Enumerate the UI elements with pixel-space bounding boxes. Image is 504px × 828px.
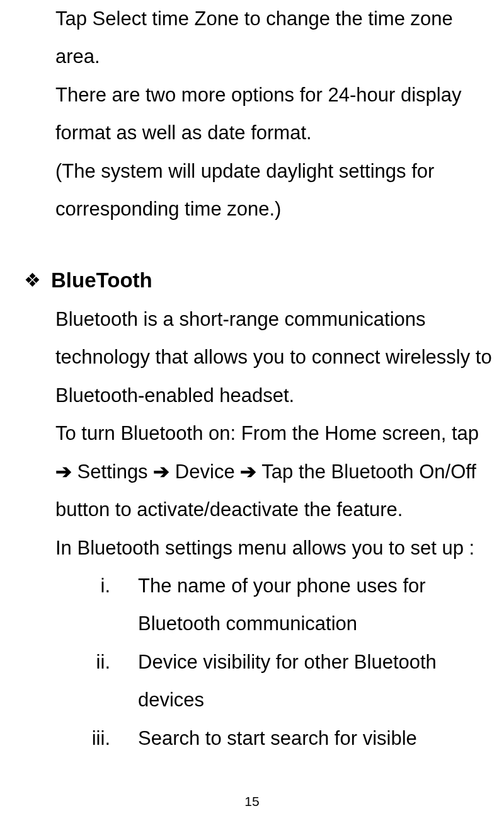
paragraph-24hour-format: There are two more options for 24-hour d… xyxy=(55,76,498,152)
list-text: Search to start search for visible xyxy=(138,720,498,757)
ordered-list: i. The name of your phone uses for Bluet… xyxy=(55,567,498,757)
list-number: iii. xyxy=(57,720,138,757)
paragraph-timezone-select: Tap Select time Zone to change the time … xyxy=(55,0,498,76)
heading-row: ❖ BlueTooth xyxy=(24,260,498,301)
arrow-icon: ➔ xyxy=(240,461,256,483)
list-text: Device visibility for other Bluetooth de… xyxy=(138,643,498,720)
list-item: iii. Search to start search for visible xyxy=(57,720,498,757)
paragraph-daylight-note: (The system will update daylight setting… xyxy=(55,152,498,229)
list-number: ii. xyxy=(57,643,138,720)
paragraph-bluetooth-intro: Bluetooth is a short-range communication… xyxy=(55,301,498,415)
bluetooth-heading: BlueTooth xyxy=(51,260,152,301)
arrow-icon: ➔ xyxy=(55,461,72,483)
list-number: i. xyxy=(57,567,138,643)
page-number: 15 xyxy=(0,794,504,809)
turnon-prefix: To turn Bluetooth on: From the Home scre… xyxy=(55,422,479,444)
list-item: i. The name of your phone uses for Bluet… xyxy=(57,567,498,643)
diamond-bullet-icon: ❖ xyxy=(24,271,41,290)
section-spacer xyxy=(55,229,498,260)
paragraph-bluetooth-setup: In Bluetooth settings menu allows you to… xyxy=(55,529,498,567)
turnon-seg2: Device xyxy=(169,461,240,483)
list-item: ii. Device visibility for other Bluetoot… xyxy=(57,643,498,720)
document-page: Tap Select time Zone to change the time … xyxy=(0,0,504,757)
turnon-seg1: Settings xyxy=(72,461,153,483)
list-text: The name of your phone uses for Bluetoot… xyxy=(138,567,498,643)
arrow-icon: ➔ xyxy=(153,461,169,483)
paragraph-bluetooth-turnon: To turn Bluetooth on: From the Home scre… xyxy=(55,415,498,529)
